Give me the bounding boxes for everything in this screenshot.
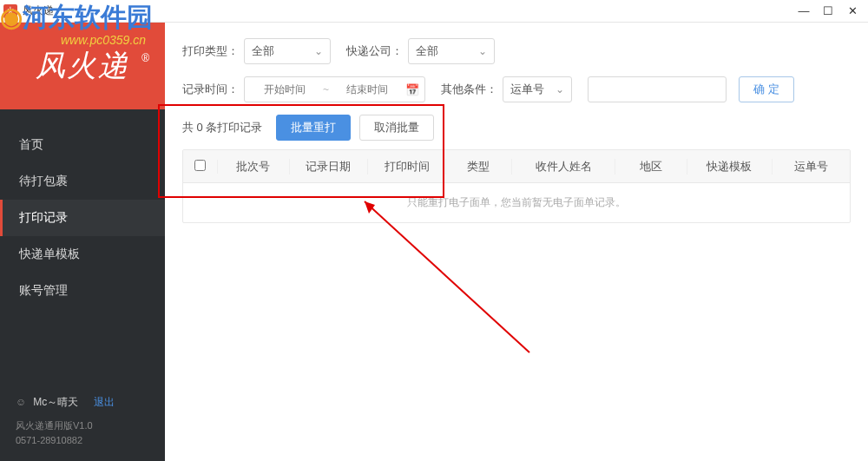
sidebar-item-label: 快递单模板 xyxy=(19,247,80,260)
select-value: 全部 xyxy=(416,43,438,59)
sidebar-item-label: 打印记录 xyxy=(19,210,68,224)
logo-area: 风火递 ® xyxy=(0,23,165,109)
window-controls: — ☐ ✕ xyxy=(792,1,865,22)
maximize-button[interactable]: ☐ xyxy=(816,1,840,22)
table-header: 批次号 记录日期 打印时间 类型 收件人姓名 地区 快递模板 运单号 xyxy=(183,150,850,183)
courier-select[interactable]: 全部 xyxy=(408,38,495,64)
sidebar-item-pending[interactable]: 待打包裹 xyxy=(0,163,165,200)
user-row: ☺ Mc～晴天 退出 xyxy=(16,395,149,410)
logo-text: 风火递 xyxy=(36,46,129,86)
version-text: 风火递通用版V1.0 xyxy=(16,418,149,434)
sidebar-item-label: 账号管理 xyxy=(19,283,68,297)
button-label: 确 定 xyxy=(753,82,779,97)
select-value: 运单号 xyxy=(510,82,544,97)
logo-registered: ® xyxy=(141,52,149,64)
user-name: Mc～晴天 xyxy=(33,395,78,410)
select-value: 全部 xyxy=(252,43,274,59)
date-range-picker[interactable]: ~ 📅 xyxy=(244,76,425,102)
th-type: 类型 xyxy=(446,159,511,175)
main-content: 打印类型： 全部 快递公司： 全部 记录时间： ~ 📅 其他条件： 运单号 确 … xyxy=(165,23,868,461)
filter-row-1: 打印类型： 全部 快递公司： 全部 xyxy=(182,38,851,64)
sidebar-item-label: 待打包裹 xyxy=(19,174,68,188)
th-print-time: 打印时间 xyxy=(368,159,446,175)
phone-text: 0571-28910882 xyxy=(16,433,149,449)
sidebar-item-print-records[interactable]: 打印记录 xyxy=(0,200,165,236)
button-label: 取消批量 xyxy=(374,120,419,135)
close-button[interactable]: ✕ xyxy=(840,1,865,22)
nav: 首页 待打包裹 打印记录 快递单模板 账号管理 xyxy=(0,109,165,309)
th-template: 快递模板 xyxy=(687,159,773,175)
record-time-label: 记录时间： xyxy=(182,82,239,97)
summary-row: 共 0 条打印记录 批量重打 取消批量 xyxy=(182,115,851,141)
sidebar: 风火递 ® 首页 待打包裹 打印记录 快递单模板 账号管理 ☺ Mc～晴天 退出… xyxy=(0,23,165,461)
sidebar-item-home[interactable]: 首页 xyxy=(0,127,165,163)
logout-link[interactable]: 退出 xyxy=(94,395,115,410)
calendar-icon: 📅 xyxy=(405,83,419,96)
svg-line-0 xyxy=(365,201,529,352)
start-date-input[interactable] xyxy=(250,83,319,95)
th-checkbox xyxy=(183,160,218,174)
user-icon: ☺ xyxy=(16,396,26,408)
titlebar: 火 风火递 — ☐ ✕ xyxy=(0,0,868,23)
sidebar-footer: ☺ Mc～晴天 退出 风火递通用版V1.0 0571-28910882 xyxy=(0,383,165,461)
th-batch: 批次号 xyxy=(218,159,290,175)
print-type-select[interactable]: 全部 xyxy=(244,38,331,64)
sidebar-item-account[interactable]: 账号管理 xyxy=(0,273,165,309)
th-date: 记录日期 xyxy=(290,159,368,175)
print-type-label: 打印类型： xyxy=(182,43,239,59)
sidebar-item-templates[interactable]: 快递单模板 xyxy=(0,236,165,273)
summary-text: 共 0 条打印记录 xyxy=(182,120,262,135)
courier-label: 快递公司： xyxy=(346,43,403,59)
minimize-button[interactable]: — xyxy=(792,1,816,22)
th-waybill: 运单号 xyxy=(773,159,850,175)
other-cond-select[interactable]: 运单号 xyxy=(503,76,572,102)
button-label: 批量重打 xyxy=(291,120,336,135)
app-icon: 火 xyxy=(3,4,17,18)
window-title: 风火递 xyxy=(23,3,792,18)
sidebar-item-label: 首页 xyxy=(19,137,43,151)
table-empty-text: 只能重打电子面单，您当前暂无电子面单记录。 xyxy=(183,183,850,222)
th-recipient: 收件人姓名 xyxy=(512,159,616,175)
other-cond-label: 其他条件： xyxy=(441,82,497,97)
select-all-checkbox[interactable] xyxy=(194,160,206,171)
filter-row-2: 记录时间： ~ 📅 其他条件： 运单号 确 定 xyxy=(182,76,851,102)
records-table: 批次号 记录日期 打印时间 类型 收件人姓名 地区 快递模板 运单号 只能重打电… xyxy=(182,149,851,223)
date-separator: ~ xyxy=(319,83,332,95)
th-region: 地区 xyxy=(615,159,687,175)
batch-reprint-button[interactable]: 批量重打 xyxy=(276,115,351,141)
confirm-button[interactable]: 确 定 xyxy=(739,76,794,102)
end-date-input[interactable] xyxy=(332,83,402,95)
cancel-batch-button[interactable]: 取消批量 xyxy=(359,115,434,141)
search-input[interactable] xyxy=(588,76,727,102)
